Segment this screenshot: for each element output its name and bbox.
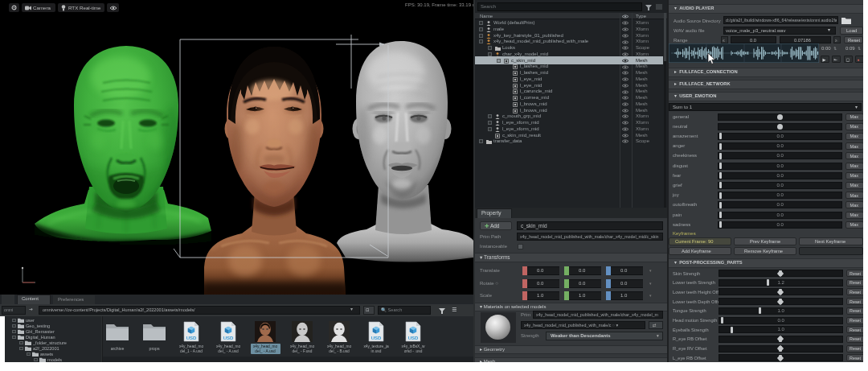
svg-text:USD: USD xyxy=(408,336,419,340)
svg-text:USD: USD xyxy=(186,336,197,340)
svg-text:USD: USD xyxy=(223,336,234,340)
svg-text:USD: USD xyxy=(371,336,382,340)
